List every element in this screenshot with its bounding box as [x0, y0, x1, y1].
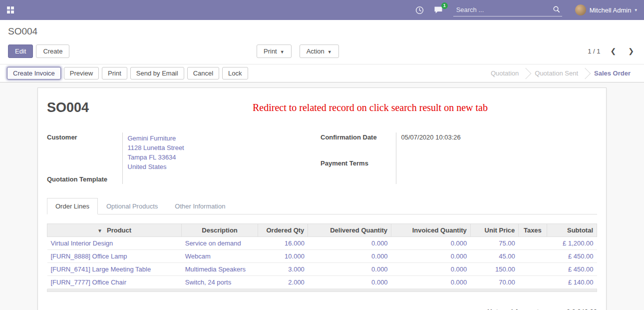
pager: 1 / 1 ❮ ❯ [588, 47, 636, 55]
customer-address-line: United States [128, 162, 321, 172]
cell-delivered-quantity: 0.000 [308, 263, 391, 276]
cell-delivered-quantity: 0.000 [308, 237, 391, 250]
table-footer-strip [47, 289, 597, 292]
table-row[interactable]: Virtual Interior DesignService on demand… [47, 237, 597, 250]
print-button[interactable]: Print [102, 67, 127, 80]
annotation-text: Redirect to related record on click sear… [253, 102, 488, 114]
create-invoice-button[interactable]: Create Invoice [7, 67, 61, 80]
notebook-tabs: Order LinesOptional ProductsOther Inform… [47, 198, 597, 214]
cell-description: Switch, 24 ports [182, 276, 258, 289]
payment-terms-value[interactable] [396, 158, 597, 184]
cell-product: [FURN_6741] Large Meeting Table [47, 263, 182, 276]
customer-address-line: Gemini Furniture [128, 134, 321, 143]
form-view: SO004 Redirect to related record on clic… [0, 82, 644, 310]
order-lines-table: ▼ProductDescriptionOrdered QtyDelivered … [47, 224, 597, 289]
tab-other-information[interactable]: Other Information [166, 198, 234, 214]
cell-ordered-qty: 3.000 [258, 263, 308, 276]
messages-icon[interactable]: 1 [434, 6, 443, 14]
cell-taxes [519, 276, 547, 289]
tab-order-lines[interactable]: Order Lines [47, 198, 98, 214]
cell-invoiced-quantity: 0.000 [391, 237, 471, 250]
payment-terms-label: Payment Terms [321, 158, 396, 184]
cell-product: [FURN_7777] Office Chair [47, 276, 182, 289]
customer-value[interactable]: Gemini Furniture1128 Lunetta StreetTampa… [122, 132, 321, 172]
column-header-subtotal[interactable]: Subtotal [547, 224, 597, 237]
chevron-down-icon: ▼ [280, 50, 285, 54]
top-navbar: 1 Mitchell Admin ▾ [0, 0, 644, 20]
table-row[interactable]: [FURN_7777] Office ChairSwitch, 24 ports… [47, 276, 597, 289]
cell-taxes [519, 250, 547, 263]
apps-menu-icon[interactable] [7, 6, 14, 14]
untaxed-amount-label: Untaxed Amount: [487, 308, 541, 310]
stage-quotation-sent[interactable]: Quotation Sent [528, 70, 585, 77]
edit-button[interactable]: Edit [8, 44, 33, 58]
search-icon[interactable] [553, 6, 560, 14]
column-header-description[interactable]: Description [182, 224, 258, 237]
stage-quotation[interactable]: Quotation [484, 70, 525, 77]
quotation-template-value[interactable] [122, 172, 321, 184]
pager-next-button[interactable]: ❯ [626, 47, 636, 55]
cell-description: Service on demand [182, 237, 258, 250]
column-header-taxes[interactable]: Taxes [519, 224, 547, 237]
column-header-ordered-qty[interactable]: Ordered Qty [258, 224, 308, 237]
cell-ordered-qty: 2.000 [258, 276, 308, 289]
print-dropdown-label: Print [264, 48, 277, 55]
column-header-unit-price[interactable]: Unit Price [470, 224, 518, 237]
column-header-product[interactable]: ▼Product [47, 224, 182, 237]
customer-label: Customer [47, 132, 122, 172]
column-header-delivered-quantity[interactable]: Delivered Quantity [308, 224, 391, 237]
avatar [575, 4, 586, 16]
totals: Untaxed Amount: £ 2,240.00 [47, 308, 597, 310]
control-panel: SO004 Edit Create Print▼ Action▼ 1 / 1 ❮… [0, 20, 644, 64]
print-dropdown[interactable]: Print▼ [257, 44, 292, 58]
cell-subtotal: £ 450.00 [547, 250, 597, 263]
tab-optional-products[interactable]: Optional Products [98, 198, 166, 214]
cell-unit-price: 45.00 [470, 250, 518, 263]
activities-clock-icon[interactable] [415, 6, 424, 14]
lock-button[interactable]: Lock [222, 67, 248, 80]
table-header-row: ▼ProductDescriptionOrdered QtyDelivered … [47, 224, 597, 237]
statusbar-buttons: Create InvoicePreviewPrintSend by EmailC… [7, 67, 248, 80]
cell-description: Webcam [182, 250, 258, 263]
cell-ordered-qty: 10.000 [258, 250, 308, 263]
cancel-button[interactable]: Cancel [187, 67, 219, 80]
cell-product: Virtual Interior Design [47, 237, 182, 250]
table-row[interactable]: [FURN_8888] Office LampWebcam10.0000.000… [47, 250, 597, 263]
cell-delivered-quantity: 0.000 [308, 276, 391, 289]
chevron-down-icon: ▾ [635, 8, 637, 12]
search-input[interactable] [453, 4, 562, 16]
pager-previous-button[interactable]: ❮ [609, 47, 619, 55]
quotation-template-label: Quotation Template [47, 172, 122, 184]
cell-unit-price: 75.00 [470, 237, 518, 250]
customer-address-line: 1128 Lunetta Street [128, 143, 321, 152]
create-button[interactable]: Create [36, 44, 69, 58]
table-row[interactable]: [FURN_6741] Large Meeting TableMultimedi… [47, 263, 597, 276]
customer-address-line: Tampa FL 33634 [128, 152, 321, 162]
stage-sales-order[interactable]: Sales Order [588, 70, 637, 77]
cell-subtotal: £ 1,200.00 [547, 237, 597, 250]
action-dropdown-label: Action [307, 48, 324, 55]
cell-subtotal: £ 140.00 [547, 276, 597, 289]
list-options-caret-icon[interactable]: ▼ [97, 228, 102, 234]
cell-subtotal: £ 450.00 [547, 263, 597, 276]
action-dropdown[interactable]: Action▼ [300, 44, 339, 58]
cell-ordered-qty: 16.000 [258, 237, 308, 250]
cell-invoiced-quantity: 0.000 [391, 276, 471, 289]
untaxed-amount-value: £ 2,240.00 [541, 308, 597, 310]
navbar-search [453, 4, 562, 16]
send-by-email-button[interactable]: Send by Email [130, 67, 184, 80]
pager-value: 1 / 1 [588, 48, 600, 55]
user-menu[interactable]: Mitchell Admin ▾ [575, 4, 637, 16]
column-header-invoiced-quantity[interactable]: Invoiced Quantity [391, 224, 471, 237]
user-name: Mitchell Admin [590, 6, 632, 14]
confirmation-date-value: 05/07/2020 10:03:26 [396, 132, 597, 158]
cell-taxes [519, 237, 547, 250]
cell-invoiced-quantity: 0.000 [391, 263, 471, 276]
preview-button[interactable]: Preview [64, 67, 99, 80]
cell-taxes [519, 263, 547, 276]
confirmation-date-label: Confirmation Date [321, 132, 396, 158]
cell-delivered-quantity: 0.000 [308, 250, 391, 263]
statusbar: Create InvoicePreviewPrintSend by EmailC… [0, 64, 644, 82]
breadcrumb: SO004 [8, 26, 636, 37]
cell-invoiced-quantity: 0.000 [391, 250, 471, 263]
